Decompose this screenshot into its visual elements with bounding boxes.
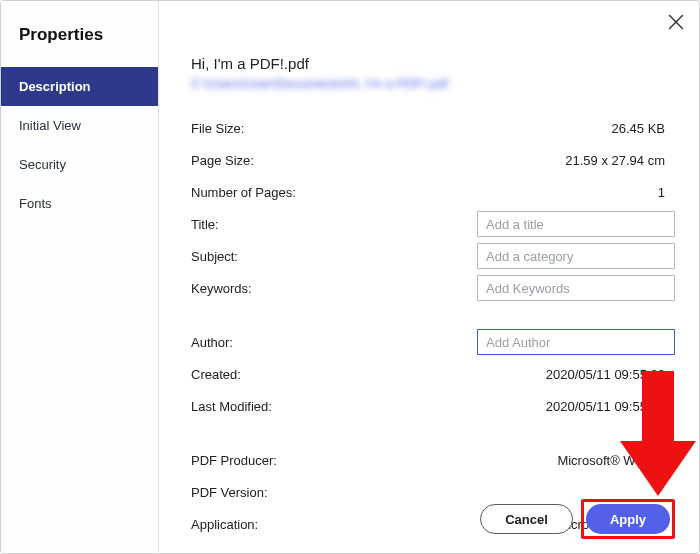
sidebar: Properties Description Initial View Secu… bbox=[1, 1, 159, 553]
sidebar-title: Properties bbox=[1, 25, 158, 67]
input-keywords[interactable] bbox=[477, 275, 675, 301]
apply-button[interactable]: Apply bbox=[586, 504, 670, 534]
row-author: Author: bbox=[191, 327, 675, 357]
file-path: C:\Users\User\Documents\Hi, I'm a PDF!.p… bbox=[191, 76, 675, 91]
value-file-size: 26.45 KB bbox=[341, 121, 675, 136]
label-modified: Last Modified: bbox=[191, 399, 341, 414]
label-page-size: Page Size: bbox=[191, 153, 341, 168]
file-name: Hi, I'm a PDF!.pdf bbox=[191, 55, 675, 72]
value-producer: Microsoft® Word 2 bbox=[341, 453, 675, 468]
value-created: 2020/05/11 09:55:22 bbox=[341, 367, 675, 382]
tab-description[interactable]: Description bbox=[1, 67, 158, 106]
label-title: Title: bbox=[191, 217, 341, 232]
label-author: Author: bbox=[191, 335, 341, 350]
close-button[interactable] bbox=[665, 11, 687, 33]
row-title: Title: bbox=[191, 209, 675, 239]
label-keywords: Keywords: bbox=[191, 281, 341, 296]
row-created: Created: 2020/05/11 09:55:22 bbox=[191, 359, 675, 389]
label-subject: Subject: bbox=[191, 249, 341, 264]
label-producer: PDF Producer: bbox=[191, 453, 341, 468]
file-header: Hi, I'm a PDF!.pdf C:\Users\User\Documen… bbox=[191, 55, 675, 91]
properties-dialog: Properties Description Initial View Secu… bbox=[0, 0, 700, 554]
input-title[interactable] bbox=[477, 211, 675, 237]
properties-list: File Size: 26.45 KB Page Size: 21.59 x 2… bbox=[191, 113, 675, 539]
dialog-footer: Cancel Apply bbox=[480, 499, 675, 539]
tab-fonts[interactable]: Fonts bbox=[1, 184, 158, 223]
label-file-size: File Size: bbox=[191, 121, 341, 136]
value-modified: 2020/05/11 09:55:22 bbox=[341, 399, 675, 414]
tab-security[interactable]: Security bbox=[1, 145, 158, 184]
label-created: Created: bbox=[191, 367, 341, 382]
label-version: PDF Version: bbox=[191, 485, 341, 500]
content-panel: Hi, I'm a PDF!.pdf C:\Users\User\Documen… bbox=[159, 1, 699, 553]
row-num-pages: Number of Pages: 1 bbox=[191, 177, 675, 207]
input-subject[interactable] bbox=[477, 243, 675, 269]
value-page-size: 21.59 x 27.94 cm bbox=[341, 153, 675, 168]
apply-highlight: Apply bbox=[581, 499, 675, 539]
row-keywords: Keywords: bbox=[191, 273, 675, 303]
label-num-pages: Number of Pages: bbox=[191, 185, 341, 200]
close-icon bbox=[665, 11, 687, 33]
row-file-size: File Size: 26.45 KB bbox=[191, 113, 675, 143]
cancel-button[interactable]: Cancel bbox=[480, 504, 573, 534]
input-author[interactable] bbox=[477, 329, 675, 355]
row-modified: Last Modified: 2020/05/11 09:55:22 bbox=[191, 391, 675, 421]
tab-initial-view[interactable]: Initial View bbox=[1, 106, 158, 145]
row-subject: Subject: bbox=[191, 241, 675, 271]
row-producer: PDF Producer: Microsoft® Word 2 bbox=[191, 445, 675, 475]
row-page-size: Page Size: 21.59 x 27.94 cm bbox=[191, 145, 675, 175]
value-num-pages: 1 bbox=[341, 185, 675, 200]
label-application: Application: bbox=[191, 517, 341, 532]
